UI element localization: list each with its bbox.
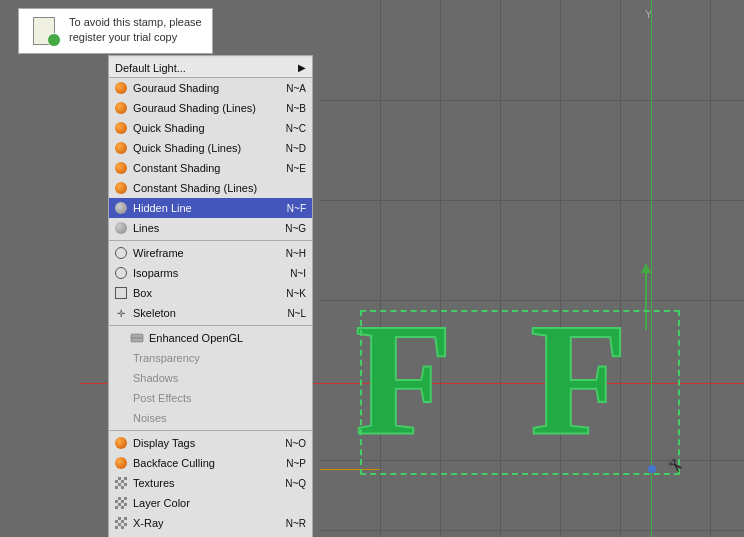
menu-label: Textures	[133, 477, 285, 489]
skeleton-icon: ✛	[113, 305, 129, 321]
menu-item-shadows: Shadows	[109, 368, 312, 388]
menu-label: Quick Shading (Lines)	[133, 142, 286, 154]
menu-shortcut: N~E	[286, 163, 306, 174]
context-menu: Default Light... ▶ Gouraud Shading N~A G…	[108, 55, 313, 537]
menu-label: Gouraud Shading	[133, 82, 286, 94]
menu-item-box[interactable]: Box N~K	[109, 283, 312, 303]
menu-label: Lines	[133, 222, 285, 234]
orange-circle-icon	[113, 80, 129, 96]
menu-label: Enhanced OpenGL	[149, 332, 243, 344]
letter-f-left: F	[355, 300, 453, 460]
menu-shortcut: N~K	[286, 288, 306, 299]
menu-item-noises: Noises	[109, 408, 312, 428]
menu-item-display-tags[interactable]: Display Tags N~O	[109, 433, 312, 453]
menu-shortcut: N~L	[287, 308, 306, 319]
menu-shortcut: N~G	[285, 223, 306, 234]
menu-label: X-Ray	[133, 517, 286, 529]
menu-label: Backface Culling	[133, 457, 286, 469]
menu-separator-3	[109, 430, 312, 431]
orange-circle-icon	[113, 180, 129, 196]
menu-label: Hidden Line	[133, 202, 287, 214]
menu-item-quick-shading[interactable]: Quick Shading N~C	[109, 118, 312, 138]
menu-separator-2	[109, 325, 312, 326]
menu-shortcut: N~C	[286, 123, 306, 134]
orange-circle-icon	[113, 455, 129, 471]
menu-item-transparency: Transparency	[109, 348, 312, 368]
grid-line	[710, 0, 711, 537]
menu-shortcut: N~R	[286, 518, 306, 529]
menu-label: Wireframe	[133, 247, 286, 259]
menu-item-isoparms[interactable]: Isoparms N~I	[109, 263, 312, 283]
menu-item-hidden-line[interactable]: Hidden Line N~F	[109, 198, 312, 218]
submenu-label: Default Light...	[115, 62, 294, 74]
trial-stamp-tooltip: To avoid this stamp, please register you…	[18, 8, 213, 54]
menu-label: Quick Shading	[133, 122, 286, 134]
menu-label: Constant Shading	[133, 162, 286, 174]
menu-item-skeleton[interactable]: ✛ Skeleton N~L	[109, 303, 312, 323]
menu-shortcut: N~A	[286, 83, 306, 94]
tooltip-line2: register your trial copy	[69, 31, 177, 43]
menu-item-enhanced-opengl[interactable]: Enhanced OpenGL	[109, 328, 312, 348]
grid-line	[320, 100, 744, 101]
gray-circle-icon	[113, 220, 129, 236]
menu-label: Shadows	[133, 372, 306, 384]
menu-label: Layer Color	[133, 497, 306, 509]
menu-label: Isoparms	[133, 267, 290, 279]
menu-item-gouraud-shading[interactable]: Gouraud Shading N~A	[109, 78, 312, 98]
orange-circle-icon	[113, 100, 129, 116]
empty-icon	[113, 410, 129, 426]
orange-circle-icon	[113, 140, 129, 156]
checker-icon	[113, 515, 129, 531]
menu-item-x-ray[interactable]: X-Ray N~R	[109, 513, 312, 533]
menu-item-textures[interactable]: Textures N~Q	[109, 473, 312, 493]
menu-shortcut: N~D	[286, 143, 306, 154]
grid-line	[320, 530, 744, 531]
menu-shortcut: N~Q	[285, 478, 306, 489]
gray-circle-icon	[113, 200, 129, 216]
letter-f-right: F	[530, 300, 628, 460]
menu-label: Transparency	[133, 352, 306, 364]
menu-label: Post Effects	[133, 392, 306, 404]
checker-icon	[113, 475, 129, 491]
menu-item-gouraud-shading-lines[interactable]: Gouraud Shading (Lines) N~B	[109, 98, 312, 118]
menu-shortcut: N~B	[286, 103, 306, 114]
menu-item-constant-shading[interactable]: Constant Shading N~E	[109, 158, 312, 178]
orange-tag-icon	[113, 435, 129, 451]
letter-f-group: F F	[355, 300, 695, 500]
wire-circle-icon	[113, 245, 129, 261]
submenu-arrow-icon: ▶	[298, 62, 306, 73]
menu-item-wireframe[interactable]: Wireframe N~H	[109, 243, 312, 263]
menu-shortcut: N~H	[286, 248, 306, 259]
menu-item-backface-culling[interactable]: Backface Culling N~P	[109, 453, 312, 473]
menu-item-layer-color[interactable]: Layer Color	[109, 493, 312, 513]
tooltip-icon	[29, 15, 61, 47]
menu-label: Constant Shading (Lines)	[133, 182, 306, 194]
tooltip-text: To avoid this stamp, please register you…	[69, 15, 202, 46]
grid-line	[320, 200, 744, 201]
checker-icon	[113, 495, 129, 511]
menu-label: Gouraud Shading (Lines)	[133, 102, 286, 114]
menu-item-post-effects: Post Effects	[109, 388, 312, 408]
menu-shortcut: N~P	[286, 458, 306, 469]
menu-label: Box	[133, 287, 286, 299]
menu-shortcut: N~F	[287, 203, 306, 214]
menu-shortcut: N~I	[290, 268, 306, 279]
menu-item-stacked-materials[interactable]: Stacked Materials N~S	[109, 533, 312, 537]
empty-icon	[113, 370, 129, 386]
submenu-default-light[interactable]: Default Light... ▶	[109, 58, 312, 78]
orange-circle-icon	[113, 120, 129, 136]
menu-label: Noises	[133, 412, 306, 424]
box-icon	[113, 285, 129, 301]
menu-label: Skeleton	[133, 307, 287, 319]
badge-icon	[47, 33, 61, 47]
menu-item-lines[interactable]: Lines N~G	[109, 218, 312, 238]
wire-circle-icon	[113, 265, 129, 281]
orange-circle-icon	[113, 160, 129, 176]
menu-item-quick-shading-lines[interactable]: Quick Shading (Lines) N~D	[109, 138, 312, 158]
menu-item-constant-shading-lines[interactable]: Constant Shading (Lines)	[109, 178, 312, 198]
menu-separator-1	[109, 240, 312, 241]
empty-icon	[113, 350, 129, 366]
menu-label: Display Tags	[133, 437, 285, 449]
menu-shortcut: N~O	[285, 438, 306, 449]
opengl-icon	[129, 330, 145, 346]
